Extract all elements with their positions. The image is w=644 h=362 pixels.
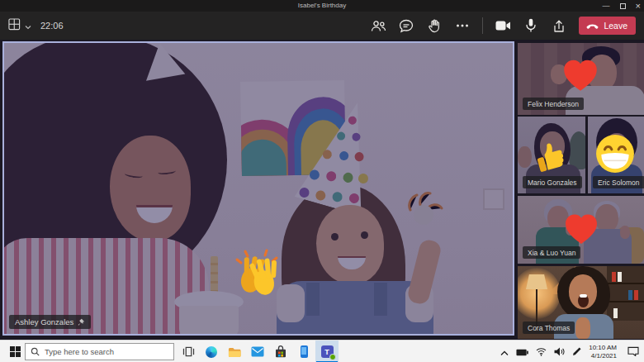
- main-video-ashley[interactable]: Ashley Gonzales: [2, 41, 514, 336]
- cora-teeth: [580, 294, 587, 298]
- participants-icon[interactable]: [370, 16, 386, 36]
- teams-taskbar-button[interactable]: T: [315, 341, 339, 362]
- edge-icon: [206, 346, 217, 358]
- nametag: Cora Thomas: [523, 322, 575, 334]
- main-speaker-name: Ashley Gonzales: [15, 317, 73, 326]
- video-tile-xia-luo[interactable]: Xia & Luo Yuan: [518, 196, 644, 264]
- video-tile-felix[interactable]: Felix Henderson: [518, 43, 644, 115]
- tray-date: 4/1/2021: [589, 352, 617, 360]
- raise-hand-icon[interactable]: [426, 16, 443, 36]
- nametag: Felix Henderson: [523, 98, 584, 110]
- meeting-title: Isabel's Birthday: [0, 2, 644, 9]
- nametag: Xia & Luo Yuan: [523, 246, 580, 259]
- grid-view-icon[interactable]: [8, 18, 21, 34]
- video-tile-eric[interactable]: Eric Solomon: [588, 117, 644, 193]
- hangup-phone-icon: [586, 22, 599, 29]
- task-view-button[interactable]: [177, 341, 200, 362]
- camera-icon[interactable]: [495, 16, 511, 36]
- video-tile-cora[interactable]: Cora Thomas: [518, 266, 644, 339]
- search-input[interactable]: [45, 347, 160, 356]
- close-button[interactable]: ×: [636, 0, 641, 12]
- pin-icon: [77, 318, 85, 326]
- teams-icon-letter: T: [324, 348, 329, 356]
- pen-icon[interactable]: [572, 345, 581, 360]
- toolbar-divider: [482, 17, 483, 34]
- clapping-hands-reaction-icon: [230, 245, 285, 302]
- participant-name: Xia & Luo Yuan: [528, 249, 575, 257]
- action-center-icon[interactable]: [627, 345, 639, 360]
- heart-reaction-icon: [561, 56, 600, 96]
- minimize-button[interactable]: —: [603, 0, 610, 12]
- tray-clock[interactable]: 10:10 AM 4/1/2021: [589, 344, 617, 360]
- meeting-stage: Ashley Gonzales Felix Henderson: [0, 40, 644, 340]
- folder-icon: [228, 346, 241, 358]
- participant-name: Mario Gonzales: [528, 179, 577, 187]
- meeting-toolbar: 22:06: [0, 12, 644, 40]
- meeting-timer: 22:06: [40, 21, 64, 31]
- chevron-down-icon[interactable]: [25, 18, 31, 33]
- video-tile-mario[interactable]: Mario Gonzales: [518, 117, 585, 193]
- heart-reaction-icon: [562, 211, 600, 249]
- windows-logo-icon: [10, 346, 21, 357]
- file-explorer-button[interactable]: [223, 341, 246, 362]
- leave-label: Leave: [604, 21, 627, 31]
- taskbar-search[interactable]: [25, 343, 174, 360]
- main-video-nametag: Ashley Gonzales: [9, 315, 91, 329]
- mic-icon[interactable]: [523, 16, 539, 36]
- share-screen-icon[interactable]: [551, 16, 567, 36]
- mail-icon: [251, 346, 264, 357]
- participant-name: Felix Henderson: [528, 100, 579, 108]
- thumbs-up-reaction-icon: [533, 136, 571, 178]
- grinning-face-reaction-icon: [594, 133, 636, 178]
- wifi-icon[interactable]: [536, 345, 547, 360]
- leave-button[interactable]: Leave: [579, 17, 636, 35]
- participant-name: Eric Solomon: [598, 179, 640, 187]
- more-icon[interactable]: [454, 16, 471, 36]
- phone-icon: [301, 345, 308, 358]
- nametag: Eric Solomon: [593, 176, 644, 188]
- maximize-button[interactable]: [620, 3, 626, 9]
- bookshelf: [607, 266, 644, 321]
- lamp-pole: [536, 289, 537, 326]
- start-button[interactable]: [5, 341, 25, 362]
- search-icon: [31, 347, 40, 356]
- store-button[interactable]: [269, 341, 292, 362]
- tray-chevron-up-icon[interactable]: [500, 345, 509, 360]
- lamp: [526, 274, 547, 289]
- cora-pressed-hands: [575, 317, 590, 339]
- mail-button[interactable]: [246, 341, 269, 362]
- teams-meeting-window: Isabel's Birthday — × 22:06: [0, 0, 644, 362]
- tray-time: 10:10 AM: [589, 344, 617, 352]
- your-phone-button[interactable]: [292, 341, 315, 362]
- title-bar: Isabel's Birthday — ×: [0, 0, 644, 12]
- windows-taskbar: T: [0, 340, 644, 362]
- chat-icon[interactable]: [398, 16, 414, 36]
- teams-icon: T: [321, 345, 334, 358]
- battery-icon[interactable]: [516, 345, 528, 360]
- store-icon: [274, 345, 287, 358]
- task-view-icon: [182, 346, 195, 357]
- edge-button[interactable]: [200, 341, 223, 362]
- presence-available-icon: [329, 354, 336, 360]
- volume-icon[interactable]: [554, 345, 565, 360]
- nametag: Mario Gonzales: [523, 176, 582, 188]
- participant-name: Cora Thomas: [528, 324, 570, 332]
